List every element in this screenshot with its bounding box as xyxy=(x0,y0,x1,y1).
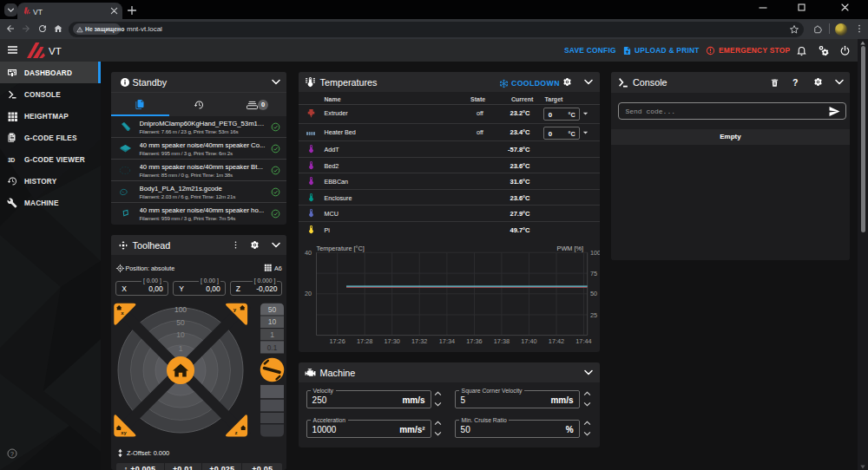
svg-text:3D: 3D xyxy=(8,156,16,162)
svg-text:17:34: 17:34 xyxy=(439,337,455,345)
svg-text:xy: xy xyxy=(121,430,127,435)
svg-text:17:32: 17:32 xyxy=(411,337,427,345)
svg-text:17:38: 17:38 xyxy=(494,337,510,345)
svg-text:x: x xyxy=(121,310,124,316)
svg-text:z: z xyxy=(234,429,237,435)
svg-text:PWM [%]: PWM [%] xyxy=(557,245,583,252)
svg-text:1: 1 xyxy=(179,344,183,353)
svg-text:25: 25 xyxy=(590,311,597,319)
svg-text:17:40: 17:40 xyxy=(521,337,536,345)
svg-text:10: 10 xyxy=(268,317,277,326)
svg-text:Temperature [°C]: Temperature [°C] xyxy=(317,245,365,252)
svg-text:100: 100 xyxy=(590,249,600,257)
svg-text:1: 1 xyxy=(270,330,274,339)
svg-text:0.1: 0.1 xyxy=(267,344,278,352)
svg-text:17:42: 17:42 xyxy=(549,337,564,345)
svg-text:50: 50 xyxy=(268,305,277,314)
svg-text:100: 100 xyxy=(174,305,187,314)
svg-text:50: 50 xyxy=(590,290,597,297)
svg-text:17:44: 17:44 xyxy=(575,337,591,345)
svg-text:20: 20 xyxy=(305,290,312,297)
svg-text:17:36: 17:36 xyxy=(466,337,482,345)
svg-text:17:28: 17:28 xyxy=(357,337,372,345)
svg-text:10: 10 xyxy=(176,330,185,339)
svg-text:40: 40 xyxy=(305,249,312,257)
svg-text:y: y xyxy=(233,306,237,312)
svg-text:?: ? xyxy=(10,451,14,457)
svg-text:50: 50 xyxy=(176,318,185,327)
svg-text:75: 75 xyxy=(590,270,597,277)
svg-text:17:30: 17:30 xyxy=(385,337,400,345)
svg-text:17:26: 17:26 xyxy=(329,337,345,345)
